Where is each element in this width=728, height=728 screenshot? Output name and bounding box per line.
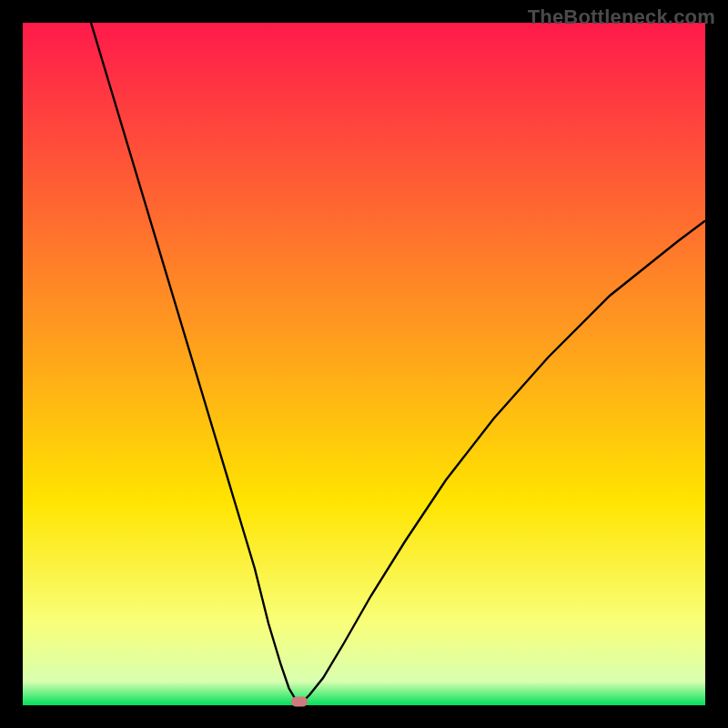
minimum-marker (291, 697, 308, 707)
chart-container: TheBottleneck.com (0, 0, 728, 728)
gradient-background (23, 23, 705, 705)
plot-frame (23, 23, 705, 705)
plot-svg (23, 23, 705, 705)
watermark-text: TheBottleneck.com (528, 5, 715, 29)
